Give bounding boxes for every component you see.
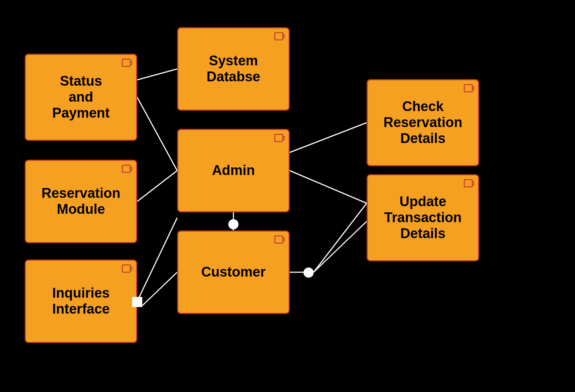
svg-line-1 — [137, 69, 177, 80]
update-transaction-icon — [464, 178, 475, 188]
customer-box: Customer — [177, 230, 290, 314]
svg-line-9 — [314, 203, 367, 272]
reservation-module-icon — [122, 164, 133, 174]
status-payment-label: Status and Payment — [52, 73, 110, 121]
svg-line-3 — [137, 218, 177, 301]
svg-rect-24 — [275, 33, 283, 40]
svg-line-2 — [137, 171, 177, 201]
update-transaction-label: Update Transaction Details — [384, 194, 461, 241]
svg-line-11 — [142, 272, 177, 306]
svg-line-10 — [314, 221, 367, 272]
svg-line-0 — [137, 97, 177, 171]
svg-line-6 — [290, 123, 367, 152]
svg-rect-16 — [122, 165, 130, 172]
square-inquiries — [132, 297, 142, 307]
svg-rect-28 — [275, 134, 283, 142]
system-database-icon — [274, 31, 286, 41]
customer-label: Customer — [201, 264, 265, 280]
update-transaction-box: Update Transaction Details — [367, 174, 479, 261]
customer-icon — [274, 234, 286, 245]
svg-rect-36 — [464, 85, 472, 92]
svg-rect-40 — [464, 180, 472, 187]
check-reservation-icon — [464, 83, 475, 93]
svg-rect-12 — [122, 59, 130, 66]
inquiries-interface-icon — [122, 264, 133, 274]
admin-icon — [274, 133, 286, 143]
system-database-box: System Databse — [177, 27, 290, 111]
status-payment-icon — [122, 58, 133, 68]
inquiries-interface-label: Inquiries Interface — [52, 285, 110, 317]
reservation-module-box: Reservation Module — [25, 160, 137, 243]
check-reservation-label: Check Reservation Details — [383, 99, 462, 146]
diagram-container: Status and Payment Reservation Module In… — [0, 0, 575, 392]
dot-admin — [228, 219, 238, 229]
svg-rect-32 — [275, 236, 283, 243]
check-reservation-box: Check Reservation Details — [367, 79, 479, 166]
inquiries-interface-box: Inquiries Interface — [25, 260, 137, 343]
status-payment-box: Status and Payment — [25, 54, 137, 141]
system-database-label: System Databse — [207, 53, 260, 85]
svg-line-7 — [290, 171, 367, 203]
admin-box: Admin — [177, 129, 290, 212]
reservation-module-label: Reservation Module — [41, 185, 121, 217]
svg-rect-20 — [122, 265, 130, 272]
dot-customer — [303, 268, 314, 278]
admin-label: Admin — [212, 163, 255, 179]
